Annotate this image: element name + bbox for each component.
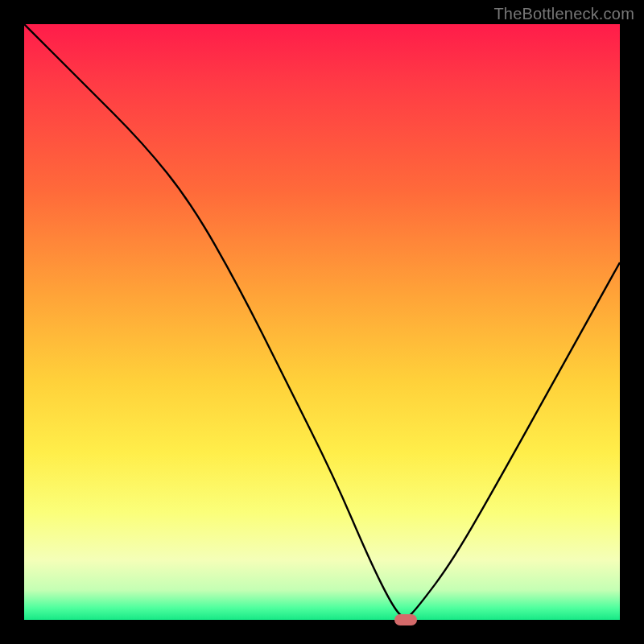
plot-area bbox=[24, 24, 620, 620]
watermark-text: TheBottleneck.com bbox=[493, 5, 634, 23]
bottleneck-curve bbox=[24, 24, 620, 620]
optimal-marker bbox=[394, 614, 417, 625]
chart-frame: TheBottleneck.com bbox=[0, 0, 644, 644]
curve-path bbox=[24, 24, 620, 617]
